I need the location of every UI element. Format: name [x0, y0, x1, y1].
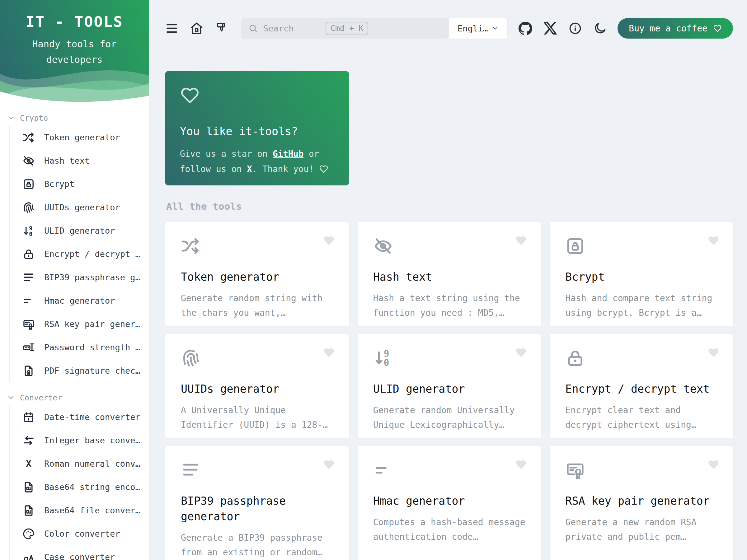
tool-card-description: Generate a BIP39 passphrase from an exis… [181, 530, 333, 560]
menu-toggle-button[interactable] [165, 22, 179, 35]
promo-title: You like it-tools? [180, 125, 334, 137]
sidebar-item[interactable]: Encrypt / decrypt … [10, 242, 149, 266]
tool-card-title: Bcrypt [565, 269, 718, 285]
sidebar-section-items: Token generator Hash text Bcrypt UUIDs g… [9, 126, 149, 382]
tool-card[interactable]: ULID generator Generate random Universal… [357, 334, 542, 439]
logo-header[interactable]: IT - TOOLS Handy tools for developers [0, 0, 149, 103]
tool-card[interactable]: UUIDs generator A Universally Unique Ide… [165, 334, 349, 439]
heart-filled-icon [323, 458, 335, 471]
sidebar-item[interactable]: Bcrypt [10, 172, 149, 196]
ui-theme-button[interactable] [215, 22, 229, 35]
favorite-button[interactable] [323, 346, 335, 359]
tool-card[interactable]: Encrypt / decrypt text Encrypt clear tex… [549, 334, 733, 439]
buy-me-a-coffee-button[interactable]: Buy me a coffee [618, 18, 733, 38]
heart-filled-icon [323, 346, 335, 359]
tool-card-description: Generate random string with the chars yo… [181, 291, 333, 320]
search-input[interactable] [263, 24, 326, 33]
tool-card-title: Hash text [373, 269, 526, 285]
heart-filled-icon [515, 458, 527, 471]
shuffle-icon [22, 131, 35, 144]
sidebar-item[interactable]: Roman numeral conv… [10, 452, 149, 475]
short-lines-icon [373, 460, 393, 480]
sidebar-section-header[interactable]: Converter [0, 391, 149, 404]
sidebar-section-header[interactable]: Crypto [0, 111, 149, 125]
heart-filled-icon [707, 458, 720, 471]
sidebar-item[interactable]: Base64 file conver… [10, 499, 149, 522]
sidebar-item-label: Bcrypt [44, 179, 75, 189]
sidebar-item[interactable]: PDF signature chec… [10, 359, 149, 382]
shuffle-icon [181, 236, 201, 256]
sidebar-item[interactable]: UUIDs generator [10, 196, 149, 219]
favorite-button[interactable] [323, 458, 335, 471]
home-button[interactable] [190, 22, 204, 35]
tool-card[interactable]: RSA key pair generator Generate a new ra… [549, 446, 733, 560]
file-digit-icon [22, 481, 35, 494]
sidebar-item[interactable]: Hmac generator [10, 289, 149, 312]
favorite-button[interactable] [515, 458, 527, 471]
sidebar-item[interactable]: RSA key pair gener… [10, 312, 149, 336]
sidebar-item[interactable]: Integer base conve… [10, 429, 149, 452]
tool-card[interactable]: BIP39 passphrase generator Generate a BI… [165, 446, 349, 560]
chevron-down-icon [492, 25, 499, 32]
certificate-icon [565, 460, 585, 480]
eye-off-icon [22, 155, 35, 167]
section-heading: All the tools [166, 201, 242, 212]
favorite-button[interactable] [323, 234, 335, 247]
favorite-button[interactable] [707, 346, 720, 359]
sidebar-item-label: Integer base conve… [44, 435, 140, 445]
x-twitter-link-button[interactable] [543, 22, 557, 35]
sidebar-item-label: PDF signature chec… [44, 366, 140, 375]
github-link[interactable]: GitHub [273, 149, 304, 159]
sidebar-item[interactable]: BIP39 passphrase g… [10, 266, 149, 289]
sidebar-item[interactable]: ULID generator [10, 219, 149, 242]
arrows-transfer-icon [22, 434, 35, 447]
dark-mode-toggle[interactable] [593, 22, 607, 35]
app-title: IT - TOOLS [0, 0, 149, 30]
search-bar[interactable]: Cmd + K [241, 18, 449, 38]
sidebar-item[interactable]: Date-time converter [10, 405, 149, 429]
heart-filled-icon [515, 346, 527, 359]
sidebar-item[interactable]: Token generator [10, 126, 149, 149]
home-icon [190, 22, 204, 35]
tools-grid: Token generator Generate random string w… [165, 221, 733, 560]
sort-09-icon [22, 224, 35, 237]
tool-card[interactable]: Bcrypt Hash and compare text string usin… [549, 221, 733, 327]
tool-card-title: Hmac generator [373, 493, 526, 509]
x-link[interactable]: X [247, 164, 252, 174]
sidebar-item[interactable]: Base64 string enco… [10, 475, 149, 499]
heart-icon [180, 85, 200, 105]
sidebar-item[interactable]: Case converter [10, 545, 149, 560]
promo-body: Give us a star on GitHub or follow us on… [180, 146, 334, 177]
sidebar-section-items: Date-time converter Integer base conve… … [9, 405, 149, 560]
tool-card[interactable]: Hash text Hash a text string using the f… [357, 221, 542, 327]
favorite-button[interactable] [707, 458, 720, 471]
language-select[interactable]: Engli… [449, 18, 508, 38]
sidebar-item-label: ULID generator [44, 226, 115, 236]
tool-card-description: Encrypt clear text and decrypt ciphertex… [565, 403, 718, 432]
favorite-button[interactable] [515, 346, 527, 359]
tool-card-title: UUIDs generator [181, 381, 333, 397]
password-check-icon [22, 341, 35, 354]
favorite-button[interactable] [707, 234, 720, 247]
sidebar-item[interactable]: Hash text [10, 149, 149, 172]
tool-card[interactable]: Token generator Generate random string w… [165, 221, 349, 327]
main-content: Cmd + K Engli… Buy me a coffee You like … [149, 0, 747, 560]
about-button[interactable] [568, 22, 582, 35]
heart-filled-icon [515, 234, 527, 247]
search-shortcut-badge: Cmd + K [326, 22, 368, 35]
eye-off-icon [373, 236, 393, 256]
tool-card-description: Computes a hash-based message authentica… [373, 515, 526, 544]
info-icon [568, 22, 582, 35]
tool-card[interactable]: Hmac generator Computes a hash-based mes… [357, 446, 542, 560]
sidebar-item[interactable]: Color converter [10, 522, 149, 545]
sidebar-item-label: Date-time converter [44, 412, 140, 422]
favorite-button[interactable] [515, 234, 527, 247]
support-promo-card[interactable]: You like it-tools? Give us a star on Git… [165, 71, 349, 185]
header-waves-decoration [0, 57, 149, 103]
sidebar-item-label: Password strength … [44, 343, 140, 352]
sidebar-item[interactable]: Password strength … [10, 336, 149, 359]
github-link-button[interactable] [518, 22, 532, 35]
file-digit-icon [22, 504, 35, 517]
sidebar-item-label: Color converter [44, 529, 120, 538]
tool-card-description: Generate random Universally Unique Lexic… [373, 403, 526, 432]
